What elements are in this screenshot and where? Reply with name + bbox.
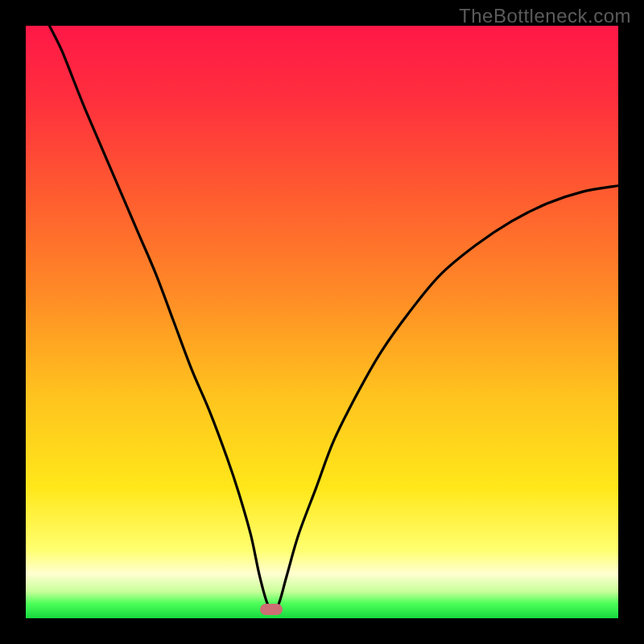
gradient-background: [26, 26, 618, 618]
outer-frame: TheBottleneck.com: [0, 0, 644, 644]
plot-area: [26, 26, 618, 618]
watermark-text: TheBottleneck.com: [459, 5, 631, 27]
optimum-marker: [260, 604, 283, 615]
